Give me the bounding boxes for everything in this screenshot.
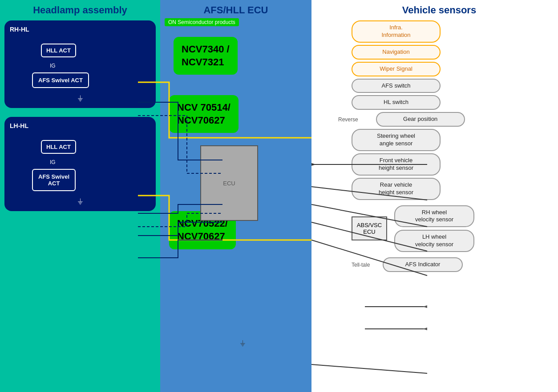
sensor-hl-switch-pill: HL switch (352, 95, 441, 110)
sensor-rear-height: Rear vehicleheight sensor (352, 178, 554, 200)
sensor-hl-switch: HL switch (352, 95, 554, 110)
headlamp-title: Headlamp assembly (4, 4, 156, 16)
sensor-rh-wheel-pill: RH wheelvelocity sensor (394, 205, 474, 228)
sensor-gear-pill: Gear position (376, 112, 465, 127)
tell-tale-label: Tell-tale (352, 262, 378, 268)
sensor-afs-indicator-pill: AFS Indicator (383, 257, 463, 272)
rh-hl-label: RH-HL (10, 26, 150, 33)
sensor-wiper: Wiper Signal (352, 62, 554, 76)
sensors-list: Infra.Information Navigation Wiper Signa… (352, 20, 554, 272)
lh-hl-label: LH-HL (10, 122, 150, 129)
lh-hl-module: LH-HL HLL ACT IG AFS SwivelACT ⏚ (4, 117, 156, 211)
sensor-afs-switch-pill: AFS switch (352, 79, 441, 93)
abs-ecu-box: ABS/VSCECU (352, 216, 387, 240)
sensors-section: Vehicle sensors Infra.Information Naviga… (311, 0, 558, 392)
sensor-infra-pill: Infra.Information (352, 20, 441, 43)
rh-ig-label: IG (50, 63, 150, 69)
rh-hll-act-box: HLL ACT (41, 44, 76, 57)
sensor-steering-pill: Steering wheelangle sensor (352, 129, 441, 151)
rh-hl-module: RH-HL HLL ACT IG AFS Swivel ACT ⏚ (4, 20, 156, 108)
lh-hll-act-box: HLL ACT (41, 140, 76, 154)
sensor-rear-height-pill: Rear vehicleheight sensor (352, 178, 441, 200)
sensor-infra: Infra.Information (352, 20, 554, 43)
abs-ecu-group: ABS/VSCECU RH wheelvelocity sensor LH wh… (352, 205, 554, 252)
headlamp-section: Headlamp assembly RH-HL HLL ACT IG AFS S… (0, 0, 160, 392)
lh-ground: ⏚ (10, 196, 150, 206)
ecu-gray-box: ECU (200, 145, 258, 221)
sensor-wiper-pill: Wiper Signal (352, 62, 441, 76)
reverse-label: Reverse (338, 116, 358, 123)
ecu-section: AFS/HLL ECU ON Semiconductor products NC… (160, 0, 311, 392)
wheel-sensors: RH wheelvelocity sensor LH wheelvelocity… (394, 205, 554, 252)
lh-afs-swivel-act: AFS SwivelACT (32, 169, 76, 191)
main-container: Headlamp assembly RH-HL HLL ACT IG AFS S… (0, 0, 558, 392)
ecu-box-label: ECU (223, 180, 235, 187)
sensor-afs-switch: AFS switch (352, 79, 554, 93)
on-semi-badge: ON Semiconductor products (165, 18, 239, 26)
sensor-front-height: Front vehicleheight sensor (352, 153, 554, 176)
sensor-steering: Steering wheelangle sensor (352, 129, 554, 151)
chip1: NCV7340 /NCV7321 (174, 37, 238, 75)
sensor-front-height-pill: Front vehicleheight sensor (352, 153, 441, 176)
chip2: NCV 70514/NCV70627 (169, 95, 239, 133)
sensor-navigation: Navigation (352, 45, 554, 60)
rh-ground: ⏚ (10, 93, 150, 103)
sensor-gear: Reverse Gear position (352, 112, 554, 127)
ecu-ground: ⏚ (240, 338, 245, 348)
ecu-title: AFS/HLL ECU (165, 4, 307, 16)
sensors-title: Vehicle sensors (325, 4, 554, 16)
lh-ig-label: IG (50, 159, 150, 165)
tell-tale-group: Tell-tale AFS Indicator (352, 257, 554, 272)
sensor-navigation-pill: Navigation (352, 45, 441, 60)
rh-afs-swivel-act: AFS Swivel ACT (32, 72, 89, 88)
sensor-lh-wheel-pill: LH wheelvelocity sensor (394, 230, 474, 252)
